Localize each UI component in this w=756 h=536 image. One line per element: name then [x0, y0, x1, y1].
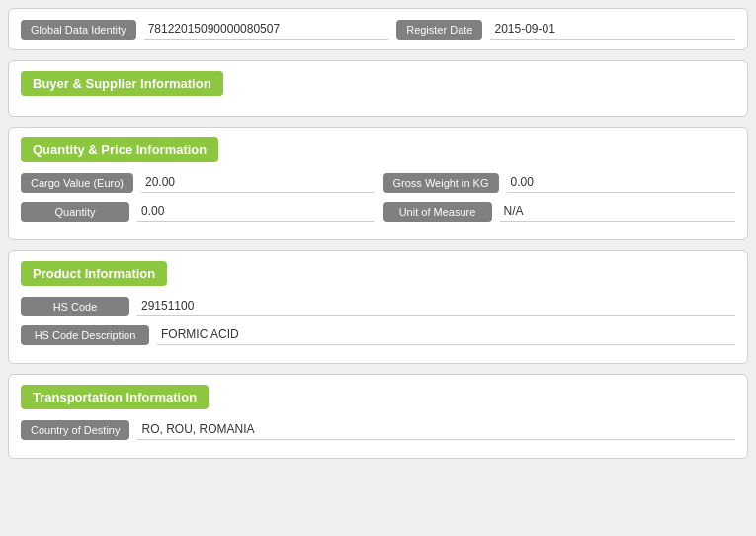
global-data-card: Global Data Identity 7812201509000008050…	[8, 8, 748, 50]
register-date-value: 2015-09-01	[490, 19, 735, 40]
buyer-supplier-header: Buyer & Supplier Information	[21, 71, 223, 96]
hs-desc-row: HS Code Description FORMIC ACID	[21, 324, 735, 345]
register-date-label: Register Date	[396, 20, 482, 40]
cargo-value: 20.00	[141, 172, 374, 193]
hs-code-col: HS Code 29151100	[21, 296, 735, 316]
unit-label: Unit of Measure	[383, 202, 492, 222]
product-card: Product Information HS Code 29151100 HS …	[8, 250, 748, 364]
country-value: RO, ROU, ROMANIA	[137, 419, 735, 440]
product-header: Product Information	[21, 261, 167, 286]
gross-weight-value: 0.00	[507, 172, 736, 193]
hs-code-row: HS Code 29151100	[21, 296, 735, 316]
quantity-row: Quantity 0.00 Unit of Measure N/A	[21, 201, 735, 222]
transportation-header: Transportation Information	[21, 385, 209, 409]
global-data-label: Global Data Identity	[21, 20, 136, 40]
country-label: Country of Destiny	[21, 420, 129, 440]
buyer-supplier-card: Buyer & Supplier Information	[8, 60, 748, 117]
quantity-col: Quantity 0.00	[21, 201, 374, 222]
country-col: Country of Destiny RO, ROU, ROMANIA	[21, 419, 735, 440]
cargo-label: Cargo Value (Euro)	[21, 173, 133, 193]
cargo-col: Cargo Value (Euro) 20.00	[21, 172, 374, 193]
gross-weight-label: Gross Weight in KG	[383, 173, 499, 193]
transportation-card: Transportation Information Country of De…	[8, 374, 748, 459]
hs-desc-col: HS Code Description FORMIC ACID	[21, 324, 735, 345]
unit-col: Unit of Measure N/A	[383, 201, 736, 222]
hs-desc-value: FORMIC ACID	[157, 324, 735, 345]
quantity-label: Quantity	[21, 202, 129, 222]
unit-value: N/A	[500, 201, 736, 222]
quantity-value: 0.00	[137, 201, 374, 222]
gross-weight-col: Gross Weight in KG 0.00	[383, 172, 736, 193]
cargo-row: Cargo Value (Euro) 20.00 Gross Weight in…	[21, 172, 735, 193]
global-data-value: 78122015090000080507	[144, 19, 389, 40]
hs-desc-label: HS Code Description	[21, 325, 149, 345]
hs-code-label: HS Code	[21, 297, 129, 316]
quantity-price-header: Quantity & Price Information	[21, 137, 218, 162]
hs-code-value: 29151100	[137, 296, 735, 316]
quantity-price-card: Quantity & Price Information Cargo Value…	[8, 127, 748, 240]
country-row: Country of Destiny RO, ROU, ROMANIA	[21, 419, 735, 440]
